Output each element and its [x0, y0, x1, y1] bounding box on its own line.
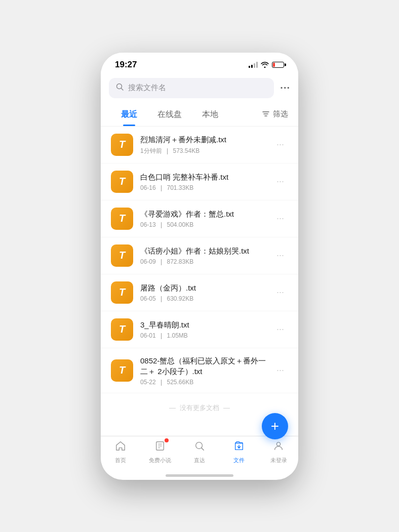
file-more-button[interactable]: ··· [272, 137, 288, 152]
more-options-button[interactable]: ··· [280, 82, 290, 94]
search-placeholder: 搜索文件名 [128, 83, 267, 93]
nav-label-files: 文件 [233, 457, 245, 464]
tab-online[interactable]: 在线盘 [147, 102, 192, 126]
battery-icon [272, 62, 284, 68]
filter-button[interactable]: 筛选 [262, 109, 288, 119]
home-icon [115, 440, 126, 455]
file-size: 525.66KB [167, 379, 194, 386]
filter-icon [262, 110, 270, 118]
phone-frame: 19:27 [101, 53, 298, 480]
file-name: 《寻爱游戏》作者：蟹总.txt [140, 209, 272, 219]
files-icon [233, 440, 245, 455]
file-info: 《寻爱游戏》作者：蟹总.txt 06-13 | 504.00KB [140, 209, 272, 228]
svg-line-1 [122, 88, 124, 90]
file-icon: T [111, 359, 133, 382]
nav-label-home: 首页 [115, 457, 126, 464]
file-time: 06-16 [140, 184, 156, 191]
file-more-button[interactable]: ··· [272, 211, 288, 226]
bottom-nav: 首页 免费小说 直达 [101, 436, 298, 474]
file-icon: T [111, 208, 133, 230]
file-name: 屠路（金丙）.txt [140, 282, 272, 293]
file-info: 烈旭清河＋番外未删减.txt 1分钟前 | 573.54KB [140, 134, 272, 155]
profile-icon [273, 440, 284, 455]
search-bar-area: 搜索文件名 ··· [101, 74, 298, 102]
file-more-button[interactable]: ··· [272, 322, 288, 337]
list-item[interactable]: T 3_早春晴朗.txt 06-01 | 1.05MB ··· [101, 311, 298, 348]
file-list: T 烈旭清河＋番外未删减.txt 1分钟前 | 573.54KB ··· T 白… [101, 127, 298, 436]
file-size: 573.54KB [173, 147, 200, 154]
status-time: 19:27 [115, 60, 137, 70]
file-more-button[interactable]: ··· [272, 248, 288, 263]
file-time: 06-01 [140, 332, 156, 339]
main-content: 最近 在线盘 本地 筛选 T 烈旭清河＋番外未删减.txt 1分钟前 [101, 102, 298, 436]
file-name: 《话痨小姐》作者：姑娘别哭.txt [140, 245, 272, 256]
status-icons [249, 62, 284, 68]
file-time: 1分钟前 [140, 147, 162, 154]
list-item[interactable]: T 白色口哨 完整补车补番.txt 06-16 | 701.33KB ··· [101, 163, 298, 200]
file-meta: 06-13 | 504.00KB [140, 221, 272, 228]
list-item[interactable]: T 烈旭清河＋番外未删减.txt 1分钟前 | 573.54KB ··· [101, 127, 298, 163]
file-name: 烈旭清河＋番外未删减.txt [140, 134, 272, 145]
file-info: 白色口哨 完整补车补番.txt 06-16 | 701.33KB [140, 172, 272, 191]
list-item[interactable]: T 《话痨小姐》作者：姑娘别哭.txt 06-09 | 872.83KB ··· [101, 237, 298, 274]
file-time: 06-09 [140, 258, 156, 265]
nav-item-files[interactable]: 文件 [219, 440, 259, 464]
file-size: 1.05MB [167, 332, 188, 339]
nav-item-home[interactable]: 首页 [101, 440, 140, 464]
tab-recent[interactable]: 最近 [111, 102, 147, 126]
file-info: 0852-蟹总（福利已嵌入原文＋番外一二＋ 2小段子）.txt 05-22 | … [140, 355, 272, 386]
file-info: 《话痨小姐》作者：姑娘别哭.txt 06-09 | 872.83KB [140, 245, 272, 265]
direct-icon [194, 440, 205, 455]
file-time: 06-05 [140, 295, 156, 302]
home-indicator [166, 474, 233, 477]
file-meta: 06-05 | 630.92KB [140, 295, 272, 302]
tabs-bar: 最近 在线盘 本地 筛选 [101, 102, 298, 127]
nav-item-novel[interactable]: 免费小说 [140, 440, 180, 464]
file-meta: 1分钟前 | 573.54KB [140, 147, 272, 155]
list-item[interactable]: T 《寻爱游戏》作者：蟹总.txt 06-13 | 504.00KB ··· [101, 200, 298, 237]
file-meta: 06-09 | 872.83KB [140, 258, 272, 265]
file-meta: 05-22 | 525.66KB [140, 379, 272, 386]
file-icon: T [111, 244, 133, 267]
file-name: 0852-蟹总（福利已嵌入原文＋番外一二＋ 2小段子）.txt [140, 355, 272, 377]
novel-badge [165, 438, 169, 442]
file-info: 屠路（金丙）.txt 06-05 | 630.92KB [140, 282, 272, 302]
nav-item-profile[interactable]: 未登录 [259, 440, 298, 464]
search-icon [116, 83, 124, 93]
nav-label-profile: 未登录 [270, 457, 287, 464]
file-size: 701.33KB [167, 184, 194, 191]
file-meta: 06-01 | 1.05MB [140, 332, 272, 339]
svg-point-11 [276, 442, 280, 445]
file-size: 504.00KB [167, 221, 194, 228]
nav-item-direct[interactable]: 直达 [180, 440, 219, 464]
search-bar[interactable]: 搜索文件名 [109, 78, 274, 98]
file-more-button[interactable]: ··· [272, 363, 288, 378]
svg-line-10 [202, 447, 204, 450]
file-size: 630.92KB [167, 295, 194, 302]
nav-label-direct: 直达 [194, 457, 205, 464]
file-more-button[interactable]: ··· [272, 285, 288, 300]
file-name: 3_早春晴朗.txt [140, 319, 272, 330]
signal-icon [249, 62, 258, 68]
file-size: 872.83KB [167, 258, 194, 265]
file-more-button[interactable]: ··· [272, 174, 288, 189]
file-icon: T [111, 134, 133, 156]
tab-local[interactable]: 本地 [192, 102, 228, 126]
wifi-icon [261, 62, 269, 68]
file-icon: T [111, 171, 133, 193]
novel-icon [154, 440, 166, 455]
file-info: 3_早春晴朗.txt 06-01 | 1.05MB [140, 319, 272, 339]
file-name: 白色口哨 完整补车补番.txt [140, 172, 272, 182]
list-item[interactable]: T 0852-蟹总（福利已嵌入原文＋番外一二＋ 2小段子）.txt 05-22 … [101, 348, 298, 393]
status-bar: 19:27 [101, 53, 298, 74]
filter-label: 筛选 [273, 109, 288, 119]
list-item[interactable]: T 屠路（金丙）.txt 06-05 | 630.92KB ··· [101, 274, 298, 311]
file-meta: 06-16 | 701.33KB [140, 184, 272, 191]
file-time: 05-22 [140, 379, 156, 386]
add-file-button[interactable]: + [262, 413, 288, 439]
nav-label-novel: 免费小说 [149, 457, 171, 464]
file-icon: T [111, 281, 133, 304]
file-icon: T [111, 318, 133, 341]
file-time: 06-13 [140, 221, 156, 228]
